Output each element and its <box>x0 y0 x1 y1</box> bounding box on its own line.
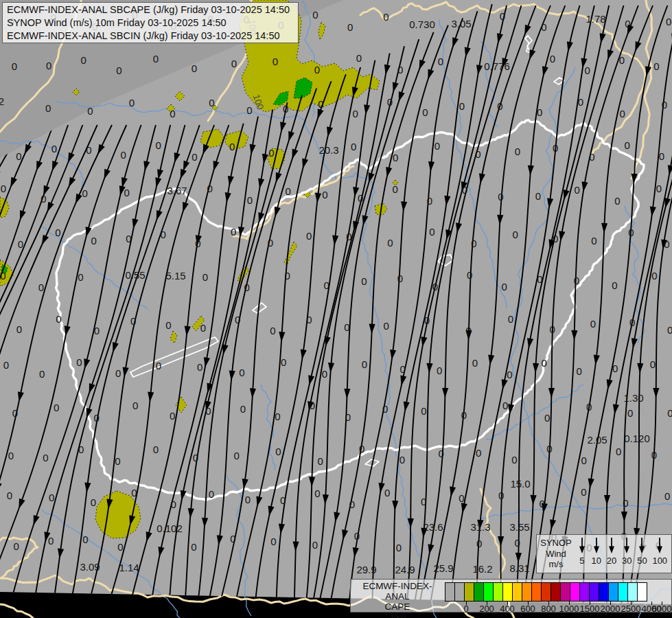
station-value-zero: 0 <box>383 11 389 23</box>
station-value: 3.05 <box>451 18 471 30</box>
station-value-zero: 0 <box>306 230 312 242</box>
station-value-zero: 0 <box>229 141 235 152</box>
station-value-zero: 0 <box>205 405 211 417</box>
cape-tick-label: 6000 <box>652 604 672 614</box>
station-value-zero: 0 <box>16 150 21 162</box>
station-value-zero: 0 <box>435 140 440 152</box>
station-value-zero: 0 <box>270 536 276 547</box>
station-value: 16.2 <box>472 563 492 575</box>
station-value-zero: 0 <box>170 108 175 119</box>
wind-speed-cell: 10 <box>592 537 601 571</box>
station-value-zero: 0 <box>467 269 472 281</box>
station-value-zero: 0 <box>537 273 542 285</box>
station-value-zero: 0 <box>314 64 320 76</box>
cape-color-box <box>512 582 522 602</box>
station-value-zero: 0 <box>314 488 320 499</box>
station-value-zero: 0 <box>91 235 96 247</box>
station-value-zero: 0 <box>384 320 389 332</box>
station-value-zero: 0 <box>306 314 312 325</box>
wind-speed-cell: 100 <box>652 537 667 571</box>
station-value-zero: 0 <box>161 229 166 240</box>
station-value-zero: 0 <box>553 233 558 244</box>
station-value-zero: 0 <box>651 449 657 461</box>
station-value-zero: 0 <box>39 368 45 380</box>
station-value: 15.0 <box>510 478 530 490</box>
station-value-zero: 0 <box>312 9 318 21</box>
wind-speed-label: 50 <box>637 556 647 566</box>
station-value-zero: 0 <box>268 237 273 249</box>
station-value-zero: 0 <box>344 321 349 333</box>
station-value-zero: 0 <box>318 98 323 110</box>
cape-color-box <box>483 582 494 602</box>
cape-tick-label: 400 <box>500 604 515 614</box>
station-value: 1.14 <box>119 562 139 573</box>
station-value-zero: 0 <box>46 60 51 71</box>
station-value-zero: 0 <box>171 499 176 510</box>
station-value-zero: 0 <box>421 405 426 417</box>
station-value-zero: 0 <box>310 400 315 411</box>
station-value-zero: 0 <box>82 534 88 545</box>
station-value-zero: 0 <box>511 454 517 466</box>
station-value-zero: 0 <box>397 273 403 284</box>
station-value: 0.120 <box>624 433 650 444</box>
station-value-zero: 0 <box>202 271 208 283</box>
station-value-zero: 0 <box>94 325 100 336</box>
station-value-zero: 0 <box>318 455 323 467</box>
cape-color-box <box>560 582 570 602</box>
station-value-zero: 0 <box>515 537 520 549</box>
station-value-zero: 0 <box>76 356 82 368</box>
station-value-zero: 0 <box>591 235 596 247</box>
station-value-zero: 0 <box>427 195 432 207</box>
station-value-zero: 0 <box>619 54 625 66</box>
station-value-zero: 0 <box>498 490 504 501</box>
station-value-zero: 0 <box>537 106 542 118</box>
cape-color-box <box>579 582 590 602</box>
cape-color-box <box>570 582 580 602</box>
cape-legend: ECMWF-INDEX-ANAL CAPE J/kg 0200400600800… <box>350 579 672 613</box>
station-value-zero: 0 <box>200 322 206 334</box>
station-value-zero: 0 <box>515 146 520 157</box>
station-value-zero: 0 <box>7 490 12 501</box>
wind-speed-cell: 30 <box>622 537 632 571</box>
cape-color-box <box>618 582 628 602</box>
station-value: 25.9 <box>433 562 453 574</box>
station-value-zero: 0 <box>1 183 6 194</box>
cape-color-box <box>454 582 465 602</box>
station-value-zero: 0 <box>581 486 586 498</box>
station-value-zero: 0 <box>549 323 555 335</box>
station-value-zero: 0 <box>87 105 93 117</box>
cape-color-box <box>474 582 484 602</box>
station-value-zero: 0 <box>576 365 581 377</box>
station-value-zero: 0 <box>651 270 657 282</box>
station-value-zero: 0 <box>239 367 244 378</box>
station-value-zero: 0 <box>322 368 327 380</box>
cape-color-box <box>637 582 647 602</box>
station-value-zero: 0 <box>153 53 159 65</box>
wind-speed-label: 20 <box>607 556 616 566</box>
station-value-zero: 0 <box>18 238 23 250</box>
station-value: 0.55 <box>125 269 145 281</box>
station-value-zero: 0 <box>358 192 363 204</box>
cape-color-box <box>551 582 561 602</box>
station-value-zero: 0 <box>45 102 51 114</box>
station-value-zero: 0 <box>466 325 472 336</box>
station-value-zero: 0 <box>462 184 467 196</box>
cape-color-box <box>502 582 513 602</box>
station-value-zero: 0 <box>396 542 402 553</box>
station-value: 1.30 <box>623 392 643 404</box>
station-value: 0.102 <box>157 523 183 534</box>
cape-legend-title-line: J/kg <box>351 612 444 618</box>
station-value-zero: 0 <box>234 450 240 461</box>
station-value-zero: 0 <box>354 530 360 542</box>
station-value-zero: 0 <box>553 142 558 154</box>
wind-speed-cell: 50 <box>637 537 647 571</box>
down-arrow-icon <box>592 537 601 554</box>
station-value: 23.6 <box>423 521 443 533</box>
station-value-zero: 0 <box>513 229 518 240</box>
station-value-zero: 0 <box>664 490 670 502</box>
station-value-zero: 0 <box>586 401 592 413</box>
station-value-zero: 0 <box>508 313 513 325</box>
station-value-zero: 0 <box>589 151 594 163</box>
station-value-zero: 0 <box>361 275 367 287</box>
station-value-zero: 0 <box>16 323 22 335</box>
